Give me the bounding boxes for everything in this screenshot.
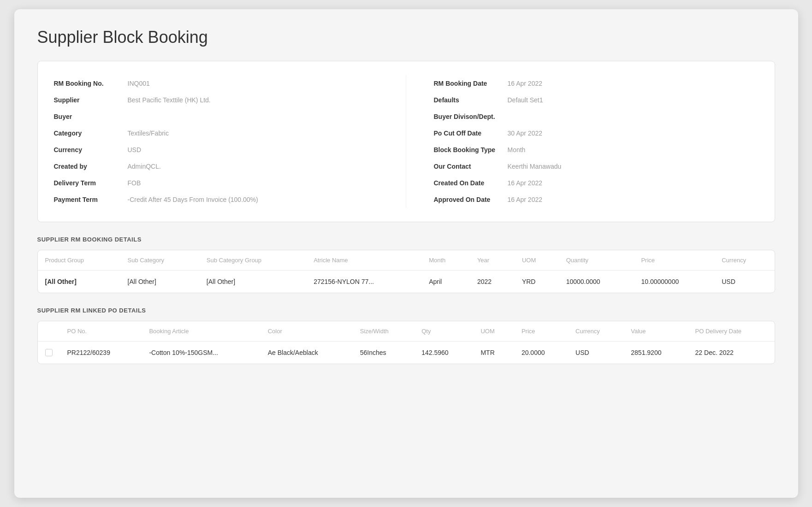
booking-cell-3: 272156-NYLON 77... — [306, 271, 421, 293]
booking-cell-1: [All Other] — [120, 271, 199, 293]
po-cell-7: USD — [568, 342, 623, 364]
info-row-left-1: Supplier Best Pacific Texttile (HK) Ltd. — [54, 92, 378, 108]
po-col-header: Booking Article — [142, 321, 260, 342]
po-col-header: Price — [514, 321, 568, 342]
info-label: Buyer Divison/Dept. — [434, 113, 508, 120]
info-value: 16 Apr 2022 — [508, 196, 543, 203]
linked-po-section: SUPPLIER RM LINKED PO DETAILS PO No.Book… — [37, 307, 775, 364]
row-checkbox-cell[interactable] — [38, 342, 60, 364]
po-cell-4: 142.5960 — [414, 342, 473, 364]
info-row-left-6: Delivery Term FOB — [54, 175, 378, 191]
po-cell-8: 2851.9200 — [623, 342, 688, 364]
booking-cell-4: April — [421, 271, 470, 293]
info-card: RM Booking No. INQ001 Supplier Best Paci… — [37, 61, 775, 222]
po-cell-9: 22 Dec. 2022 — [688, 342, 775, 364]
info-row-right-0: RM Booking Date 16 Apr 2022 — [434, 75, 759, 92]
info-label: Our Contact — [434, 163, 508, 170]
booking-table: Product GroupSub CategorySub Category Gr… — [38, 250, 775, 293]
booking-col-header: Quantity — [559, 250, 634, 271]
info-row-right-2: Buyer Divison/Dept. — [434, 108, 759, 125]
po-cell-0: PR2122/60239 — [60, 342, 142, 364]
po-col-header: Size/Width — [353, 321, 415, 342]
info-row-right-5: Our Contact Keerthi Manawadu — [434, 158, 759, 175]
booking-table-container: Product GroupSub CategorySub Category Gr… — [37, 250, 775, 293]
booking-cell-0: [All Other] — [38, 271, 120, 293]
po-col-header: Value — [623, 321, 688, 342]
info-right: RM Booking Date 16 Apr 2022 Defaults Def… — [406, 75, 759, 208]
po-cell-2: Ae Black/Aeblack — [261, 342, 353, 364]
info-value: 30 Apr 2022 — [508, 130, 543, 137]
info-label: Created On Date — [434, 179, 508, 187]
info-row-left-3: Category Textiles/Fabric — [54, 125, 378, 141]
info-label: Po Cut Off Date — [434, 130, 508, 137]
po-cell-3: 56Inches — [353, 342, 415, 364]
booking-col-header: UOM — [515, 250, 559, 271]
info-row-right-1: Defaults Default Set1 — [434, 92, 759, 108]
po-col-header: Currency — [568, 321, 623, 342]
linked-po-table-container: PO No.Booking ArticleColorSize/WidthQtyU… — [37, 321, 775, 364]
po-cell-6: 20.0000 — [514, 342, 568, 364]
linked-po-section-title: SUPPLIER RM LINKED PO DETAILS — [37, 307, 775, 314]
info-value: 16 Apr 2022 — [508, 80, 543, 87]
info-row-left-5: Created by AdminQCL. — [54, 158, 378, 175]
info-row-left-4: Currency USD — [54, 141, 378, 158]
info-row-left-0: RM Booking No. INQ001 — [54, 75, 378, 92]
info-value: FOB — [128, 179, 141, 187]
info-grid: RM Booking No. INQ001 Supplier Best Paci… — [54, 75, 759, 208]
info-value: -Credit After 45 Days From Invoice (100.… — [128, 196, 258, 203]
info-row-left-2: Buyer — [54, 108, 378, 125]
info-value: Month — [508, 146, 526, 153]
booking-cell-7: 10000.0000 — [559, 271, 634, 293]
info-label: Payment Term — [54, 196, 128, 203]
booking-col-header: Product Group — [38, 250, 120, 271]
page-container: Supplier Block Booking RM Booking No. IN… — [14, 9, 798, 498]
info-label: Created by — [54, 163, 128, 170]
info-row-right-6: Created On Date 16 Apr 2022 — [434, 175, 759, 191]
po-col-header: UOM — [473, 321, 514, 342]
booking-cell-2: [All Other] — [199, 271, 306, 293]
info-label: RM Booking Date — [434, 80, 508, 87]
booking-col-header: Atricle Name — [306, 250, 421, 271]
linked-po-table: PO No.Booking ArticleColorSize/WidthQtyU… — [38, 321, 775, 364]
booking-details-section: SUPPLIER RM BOOKING DETAILS Product Grou… — [37, 236, 775, 293]
info-label: Supplier — [54, 96, 128, 104]
po-col-header: Color — [261, 321, 353, 342]
info-value: INQ001 — [128, 80, 150, 87]
booking-cell-9: USD — [714, 271, 774, 293]
info-label: Block Booking Type — [434, 146, 508, 153]
booking-cell-8: 10.00000000 — [634, 271, 714, 293]
info-left: RM Booking No. INQ001 Supplier Best Paci… — [54, 75, 406, 208]
page-title: Supplier Block Booking — [37, 28, 775, 47]
po-cell-1: -Cotton 10%-150GSM... — [142, 342, 260, 364]
booking-col-header: Currency — [714, 250, 774, 271]
linked-po-table-head: PO No.Booking ArticleColorSize/WidthQtyU… — [38, 321, 775, 342]
info-label: Buyer — [54, 113, 128, 120]
po-col-header: Qty — [414, 321, 473, 342]
booking-col-header: Month — [421, 250, 470, 271]
booking-table-body: [All Other][All Other][All Other]272156-… — [38, 271, 775, 293]
info-value: 16 Apr 2022 — [508, 179, 543, 187]
table-row: PR2122/60239-Cotton 10%-150GSM...Ae Blac… — [38, 342, 775, 364]
info-row-left-7: Payment Term -Credit After 45 Days From … — [54, 191, 378, 208]
po-col-header: PO Delivery Date — [688, 321, 775, 342]
checkbox-header — [38, 321, 60, 342]
row-checkbox[interactable] — [45, 349, 53, 356]
info-value: AdminQCL. — [128, 163, 161, 170]
booking-cell-6: YRD — [515, 271, 559, 293]
booking-section-title: SUPPLIER RM BOOKING DETAILS — [37, 236, 775, 243]
booking-table-head: Product GroupSub CategorySub Category Gr… — [38, 250, 775, 271]
info-label: Category — [54, 130, 128, 137]
info-label: Delivery Term — [54, 179, 128, 187]
po-cell-5: MTR — [473, 342, 514, 364]
info-value: USD — [128, 146, 142, 153]
info-label: Currency — [54, 146, 128, 153]
info-row-right-3: Po Cut Off Date 30 Apr 2022 — [434, 125, 759, 141]
linked-po-table-body: PR2122/60239-Cotton 10%-150GSM...Ae Blac… — [38, 342, 775, 364]
po-col-header: PO No. — [60, 321, 142, 342]
info-row-right-7: Approved On Date 16 Apr 2022 — [434, 191, 759, 208]
info-label: RM Booking No. — [54, 80, 128, 87]
booking-col-header: Year — [470, 250, 515, 271]
info-label: Defaults — [434, 96, 508, 104]
booking-col-header: Price — [634, 250, 714, 271]
table-row: [All Other][All Other][All Other]272156-… — [38, 271, 775, 293]
